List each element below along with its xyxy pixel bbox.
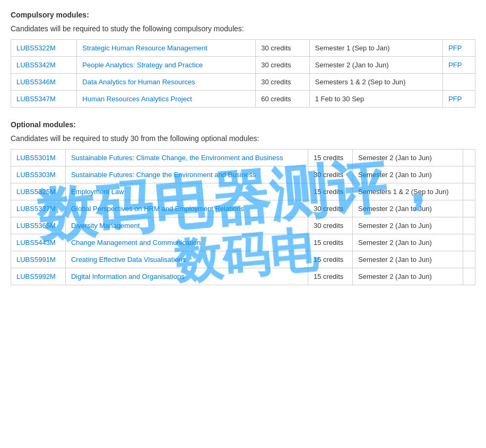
module-title: Employment Law — [65, 183, 308, 200]
module-title: Strategic Human Resource Management — [77, 40, 256, 57]
module-pfp-empty — [463, 183, 475, 200]
module-semester: Semester 2 (Jan to Jun) — [353, 217, 463, 234]
module-title: Sustainable Futures: Climate Change, the… — [65, 150, 308, 166]
module-pfp: PFP — [443, 57, 475, 74]
module-title: Diversity Management — [65, 217, 308, 234]
module-semester: Semester 1 (Sep to Jan) — [309, 40, 442, 57]
table-row: LUBS5337M Global Perspectives on HRM and… — [11, 200, 475, 217]
module-code-link[interactable]: LUBS5301M — [16, 154, 56, 162]
module-title: Change Management and Communication — [65, 234, 308, 251]
module-semester: Semester 2 (Jan to Jun) — [353, 200, 463, 217]
module-pfp-empty — [443, 74, 475, 91]
module-code-link[interactable]: LUBS5443M — [16, 239, 56, 247]
table-row: LUBS5325M Employment Law 15 credits Seme… — [11, 183, 475, 200]
optional-description: Candidates will be required to study 30 … — [11, 134, 475, 143]
compulsory-section: Compulsory modules: Candidates will be r… — [11, 11, 475, 108]
module-code-link[interactable]: LUBS5991M — [16, 256, 56, 263]
module-title: Data Analytics for Human Resources — [77, 74, 256, 91]
module-credits: 15 credits — [308, 251, 352, 268]
module-semester: 1 Feb to 30 Sep — [309, 91, 442, 108]
module-pfp-empty — [463, 166, 475, 183]
module-title: People Analytics: Strategy and Practice — [77, 57, 256, 74]
compulsory-title: Compulsory modules: — [11, 11, 475, 19]
module-semester: Semester 2 (Jan to Jun) — [353, 234, 463, 251]
module-semester: Semester 2 (Jan to Jun) — [353, 268, 463, 285]
module-title: Human Resources Analytics Project — [77, 91, 256, 108]
module-credits: 30 credits — [308, 217, 352, 234]
module-semester: Semesters 1 & 2 (Sep to Jun) — [309, 74, 442, 91]
table-row: LUBS5992M Digital Information and Organi… — [11, 268, 475, 285]
table-row: LUBS5303M Sustainable Futures: Change th… — [11, 166, 475, 183]
module-pfp: PFP — [443, 91, 475, 108]
module-credits: 15 credits — [308, 150, 352, 166]
table-row: LUBS5347M Human Resources Analytics Proj… — [11, 91, 475, 108]
module-pfp: PFP — [443, 40, 475, 57]
module-semester: Semesters 1 & 2 (Sep to Jun) — [353, 183, 463, 200]
module-code-link[interactable]: LUBS5365M — [16, 222, 56, 230]
module-credits: 30 credits — [256, 57, 310, 74]
optional-title: Optional modules: — [11, 120, 475, 129]
module-title: Global Perspectives on HRM and Employmen… — [65, 200, 308, 217]
module-code-link[interactable]: LUBS5992M — [16, 273, 56, 280]
module-semester: Semester 2 (Jan to Jun) — [353, 166, 463, 183]
module-code-link[interactable]: LUBS5342M — [16, 61, 56, 69]
module-credits: 60 credits — [256, 91, 310, 108]
module-pfp-empty — [463, 268, 475, 285]
module-credits: 15 credits — [308, 183, 352, 200]
table-row: LUBS5991M Creating Effective Data Visual… — [11, 251, 475, 268]
table-row: LUBS5322M Strategic Human Resource Manag… — [11, 40, 475, 57]
module-pfp-empty — [463, 150, 475, 166]
module-title: Digital Information and Organisations — [65, 268, 308, 285]
module-title: Sustainable Futures: Change the Environm… — [65, 166, 308, 183]
module-credits: 30 credits — [308, 200, 352, 217]
module-credits: 30 credits — [256, 74, 310, 91]
module-code-link[interactable]: LUBS5347M — [16, 95, 56, 103]
module-code-link[interactable]: LUBS5346M — [16, 78, 56, 86]
table-row: LUBS5346M Data Analytics for Human Resou… — [11, 74, 475, 91]
module-credits: 15 credits — [308, 268, 352, 285]
compulsory-table: LUBS5322M Strategic Human Resource Manag… — [11, 39, 475, 108]
module-title: Creating Effective Data Visualisations — [65, 251, 308, 268]
module-credits: 30 credits — [308, 166, 352, 183]
table-row: LUBS5301M Sustainable Futures: Climate C… — [11, 150, 475, 166]
module-credits: 15 credits — [308, 234, 352, 251]
module-code-link[interactable]: LUBS5337M — [16, 205, 56, 213]
module-credits: 30 credits — [256, 40, 310, 57]
table-row: LUBS5443M Change Management and Communic… — [11, 234, 475, 251]
optional-table: LUBS5301M Sustainable Futures: Climate C… — [11, 149, 475, 285]
compulsory-description: Candidates will be required to study the… — [11, 24, 475, 33]
module-semester: Semester 2 (Jan to Jun) — [353, 150, 463, 166]
module-pfp-empty — [463, 200, 475, 217]
module-code-link[interactable]: LUBS5325M — [16, 188, 56, 196]
table-row: LUBS5342M People Analytics: Strategy and… — [11, 57, 475, 74]
module-pfp-empty — [463, 251, 475, 268]
optional-section: Optional modules: Candidates will be req… — [11, 120, 475, 285]
module-code-link[interactable]: LUBS5322M — [16, 44, 56, 52]
module-code-link[interactable]: LUBS5303M — [16, 171, 56, 179]
module-pfp-empty — [463, 234, 475, 251]
module-pfp-empty — [463, 217, 475, 234]
table-row: LUBS5365M Diversity Management 30 credit… — [11, 217, 475, 234]
module-semester: Semester 2 (Jan to Jun) — [309, 57, 442, 74]
module-semester: Semester 2 (Jan to Jun) — [353, 251, 463, 268]
